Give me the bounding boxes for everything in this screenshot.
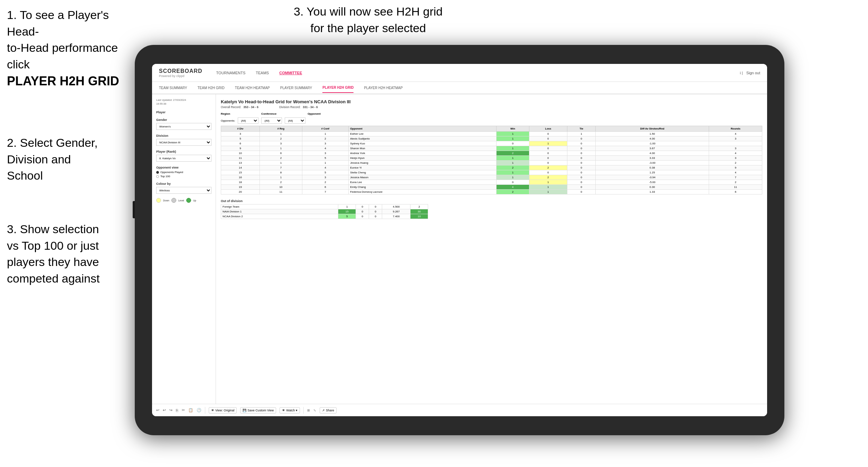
nav-teams[interactable]: TEAMS xyxy=(256,69,269,76)
opponents-select[interactable]: (All) xyxy=(238,117,258,124)
view-original-btn[interactable]: 👁 View: Original xyxy=(209,407,237,413)
table-row: 9 1 4 Sharon Mun 1 0 0 3.67 3 xyxy=(221,146,762,151)
radio-dot-selected xyxy=(156,171,159,174)
out-of-division-row: NCAA Division 2 5 0 0 7.400 10 xyxy=(221,214,428,219)
cell-rounds: 6 xyxy=(709,190,762,194)
division-record-value: 331 - 34 - 6 xyxy=(303,105,318,109)
ood-label: Foreign Team xyxy=(221,204,338,209)
sub-nav-team-summary[interactable]: TEAM SUMMARY xyxy=(159,83,187,93)
gender-select[interactable]: Women's Men's xyxy=(156,123,211,130)
overall-record-value: 353 - 34 - 6 xyxy=(243,105,258,109)
cell-reg: 2 xyxy=(260,180,302,185)
cell-diff: 1.25 xyxy=(595,170,709,175)
paste-icon[interactable]: 📋 xyxy=(188,408,193,412)
colour-by-select[interactable]: Win/loss xyxy=(156,187,211,194)
cell-diff: 4.00 xyxy=(595,136,709,141)
opponent-filter-select[interactable]: (All) xyxy=(285,117,305,124)
cell-win: 2 xyxy=(497,151,529,156)
opponents-label: Opponents: xyxy=(221,119,235,122)
cell-loss: 0 xyxy=(529,170,567,175)
radio-top100[interactable]: Top 100 xyxy=(156,175,211,178)
step3-bottom-line2: vs Top 100 or just xyxy=(7,239,99,252)
clock-icon: 🕐 xyxy=(197,408,201,412)
player-rank-select[interactable]: 8. Katelyn Vo xyxy=(156,155,211,162)
cell-loss: 0 xyxy=(529,156,567,161)
table-row: 15 8 5 Stella Cheng 1 0 0 1.25 4 xyxy=(221,170,762,175)
table-row: 6 3 3 Sydney Kuo 0 1 0 -1.00 xyxy=(221,141,762,146)
step1-line2: to-Head performance click xyxy=(7,41,118,71)
table-row: 14 7 4 Eunice Yi 2 2 0 0.38 9 xyxy=(221,165,762,170)
step3-top-line2: for the player selected xyxy=(310,21,426,35)
cell-tie: 0 xyxy=(567,161,595,165)
cell-reg: 8 xyxy=(260,170,302,175)
step3-bottom-line4: competed against xyxy=(7,272,100,285)
cell-tie: 0 xyxy=(567,136,595,141)
table-row: 5 2 2 Alexis Sudijanto 1 0 0 4.00 3 xyxy=(221,136,762,141)
sub-nav-team-h2h-heatmap[interactable]: TEAM H2H HEATMAP xyxy=(235,83,270,93)
cell-diff: 0.30 xyxy=(595,185,709,190)
conference-header: Conference xyxy=(261,112,276,115)
cell-tie: 0 xyxy=(567,185,595,190)
cell-reg: 6 xyxy=(260,151,302,156)
watch-btn[interactable]: 👁 Watch ▾ xyxy=(280,407,300,413)
cell-opponent: Sharon Mun xyxy=(349,146,497,151)
step3-bottom-line1: 3. Show selection xyxy=(7,222,99,236)
cell-div: 18 xyxy=(221,180,260,185)
undo-icon[interactable]: ↩ xyxy=(156,408,159,412)
cell-rounds: 2 xyxy=(709,161,762,165)
opponents-row: Opponents: (All) (All) (All) xyxy=(221,117,762,124)
color-legend: Down Level Up xyxy=(156,198,211,203)
sub-nav-team-h2h-grid[interactable]: TEAM H2H GRID xyxy=(198,83,225,93)
cell-reg: 3 xyxy=(260,141,302,146)
table-row: 10 6 3 Andrea York 2 0 0 4.00 4 xyxy=(221,151,762,156)
ood-label: NCAA Division 2 xyxy=(221,214,338,219)
player-rank-label: Player (Rank) xyxy=(156,150,211,153)
save-custom-view-btn[interactable]: 💾 Save Custom View xyxy=(240,407,276,413)
step2-line1: 2. Select Gender, xyxy=(7,136,98,149)
radio-opponents-played[interactable]: Opponents Played xyxy=(156,171,211,174)
th-conf: # Conf xyxy=(302,126,349,132)
conference-select[interactable]: (All) xyxy=(261,117,282,124)
ood-win: 5 xyxy=(338,214,356,219)
logo: SCOREBOARD Powered by clippd xyxy=(159,68,202,78)
cell-div: 6 xyxy=(221,141,260,146)
cell-opponent: Sydney Kuo xyxy=(349,141,497,146)
cell-rounds: 4 xyxy=(709,132,762,136)
step1-bold: PLAYER H2H GRID xyxy=(7,74,119,88)
player-rank-section: Player (Rank) 8. Katelyn Vo xyxy=(156,150,211,162)
sub-nav-player-h2h-grid[interactable]: PLAYER H2H GRID xyxy=(322,83,353,93)
cell-tie: 0 xyxy=(567,151,595,156)
cell-div: 3 xyxy=(221,132,260,136)
opponent-header: Opponent xyxy=(308,112,321,115)
cell-conf: 3 xyxy=(302,175,349,180)
cell-diff: 3.67 xyxy=(595,146,709,151)
ood-diff: 7.400 xyxy=(382,214,411,219)
ood-diff: 4.500 xyxy=(382,204,411,209)
undo2-icon[interactable]: ↩ xyxy=(163,408,166,412)
cell-rounds xyxy=(709,141,762,146)
nav-bar: SCOREBOARD Powered by clippd TOURNAMENTS… xyxy=(152,64,767,82)
cell-conf: 7 xyxy=(302,190,349,194)
cell-diff: -5.00 xyxy=(595,180,709,185)
cell-loss: 0 xyxy=(529,146,567,151)
sub-nav-player-summary[interactable]: PLAYER SUMMARY xyxy=(280,83,312,93)
cell-win: 2 xyxy=(497,190,529,194)
share-btn[interactable]: ↗ Share xyxy=(320,407,337,413)
redo-icon[interactable]: ↪ xyxy=(169,408,172,412)
division-select[interactable]: NCAA Division III NCAA Division I NCAA D… xyxy=(156,139,211,146)
nav-tournaments[interactable]: TOURNAMENTS xyxy=(216,69,246,76)
sign-out-link[interactable]: Sign out xyxy=(746,69,760,76)
cell-rounds: 7 xyxy=(709,175,762,180)
toolbar: ↩ ↩ ↪ ⎘ ✂ 📋 🕐 👁 View: Original 💾 Save Cu… xyxy=(152,404,767,416)
cell-tie: 0 xyxy=(567,146,595,151)
sub-nav-player-h2h-heatmap[interactable]: PLAYER H2H HEATMAP xyxy=(364,83,403,93)
player-section: Player xyxy=(156,111,211,114)
cut-icon[interactable]: ✂ xyxy=(182,408,185,412)
cell-win: 1 xyxy=(497,146,529,151)
nav-committee[interactable]: COMMITTEE xyxy=(279,69,302,76)
cell-win: 0 xyxy=(497,180,529,185)
expand-icon[interactable]: ⤡ xyxy=(313,409,316,412)
ood-loss: 0 xyxy=(356,204,369,209)
copy-icon[interactable]: ⎘ xyxy=(176,408,178,412)
th-rounds: Rounds xyxy=(709,126,762,132)
